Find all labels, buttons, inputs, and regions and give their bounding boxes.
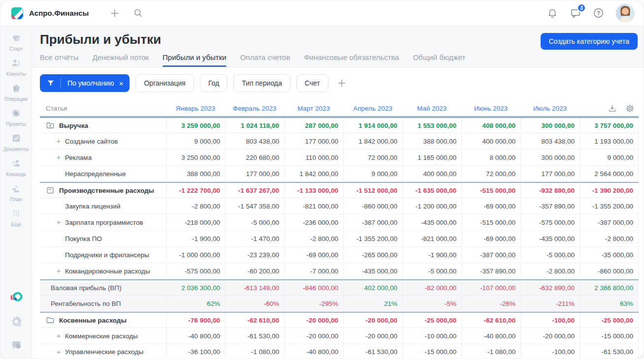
- table-row[interactable]: +Управленческие расходы-36 100,00-1 080,…: [40, 344, 639, 359]
- table-row[interactable]: Выручка3 259 000,001 024 118,00287 000,0…: [40, 117, 639, 133]
- table-row[interactable]: Косвенные расходы-76 900,00-62 610,00-20…: [40, 312, 639, 328]
- table-row: Валовая прибыль (ВП)2 036 300,00-613 149…: [40, 279, 639, 296]
- cell-value: -40 800,00: [166, 328, 225, 344]
- table-row[interactable]: +Создание сайтов9 000,00803 438,00177 00…: [40, 133, 639, 150]
- cell-value: -1 547 358,00: [225, 198, 284, 214]
- expand-plus-icon[interactable]: +: [57, 153, 65, 161]
- add-filter-icon[interactable]: [336, 78, 347, 89]
- cell-value: -435 000,00: [343, 263, 402, 279]
- brand[interactable]: Аспро.Финансы: [10, 6, 89, 20]
- cell-value: 220 680,00: [225, 150, 284, 165]
- support-chat-icon[interactable]: [10, 339, 22, 351]
- tab-1[interactable]: Все отчёты: [40, 53, 79, 67]
- row-label: Рентабельность по ВП: [40, 296, 166, 311]
- row-label-text: Производственные расходы: [59, 187, 154, 194]
- plan-icon: [11, 183, 22, 196]
- cell-value: -61 530,00: [580, 344, 639, 359]
- create-category-button[interactable]: Создать категорию учета: [541, 33, 638, 50]
- cell-value: -575 000,00: [166, 263, 225, 279]
- column-header-month-2[interactable]: Февраль 2023: [225, 105, 284, 112]
- cell-value: -20 000,00: [343, 313, 402, 328]
- sidebar-item-4[interactable]: Проекты: [0, 108, 32, 127]
- cell-value: 1 024 118,00: [225, 118, 284, 133]
- filter-button-4[interactable]: Счет: [296, 74, 328, 92]
- cell-value: -357 890,00: [461, 263, 520, 279]
- table-row[interactable]: Закупка лицензий-2 800,00-1 547 358,00-8…: [40, 198, 639, 214]
- tab-3[interactable]: Прибыли и убытки: [162, 53, 226, 67]
- aspro-portal-logo-icon[interactable]: [10, 291, 23, 304]
- cell-value: 408 000,00: [461, 118, 520, 133]
- gear-icon[interactable]: [625, 104, 635, 113]
- cell-value: -821 000,00: [402, 231, 461, 246]
- expand-plus-icon[interactable]: +: [57, 267, 65, 275]
- add-button[interactable]: [109, 8, 120, 19]
- notifications-bell-icon[interactable]: [547, 8, 558, 19]
- user-avatar[interactable]: [616, 4, 635, 23]
- clear-filter-icon[interactable]: ×: [117, 79, 130, 88]
- column-header-month-3[interactable]: Март 2023: [284, 105, 343, 112]
- cell-value: 177 000,00: [225, 166, 284, 181]
- column-header-month-6[interactable]: Июнь 2023: [461, 105, 520, 112]
- cell-value: -15 000,00: [402, 344, 461, 359]
- expand-plus-icon[interactable]: +: [57, 348, 65, 356]
- tab-2[interactable]: Денежный поток: [93, 53, 149, 67]
- active-filter-pill[interactable]: По умолчанию ×: [40, 74, 129, 92]
- table-row[interactable]: +Командировочные расходы-575 000,00-60 2…: [40, 263, 639, 279]
- cell-value: -632 890,00: [520, 280, 580, 295]
- table-row[interactable]: Покупка ПО-1 900,00-1 470,00-2 800,00-1 …: [40, 231, 639, 247]
- settings-gear-icon[interactable]: [10, 316, 22, 328]
- row-label-text: Закупка лицензий: [65, 203, 120, 210]
- funnel-icon: [40, 78, 61, 88]
- expand-plus-icon[interactable]: +: [57, 332, 65, 340]
- help-icon[interactable]: ?: [593, 7, 604, 19]
- tab-6[interactable]: Общий бюджет: [413, 53, 466, 67]
- sidebar-item-7[interactable]: План: [0, 183, 32, 202]
- search-icon[interactable]: [133, 8, 143, 18]
- cell-value: -357 890,00: [520, 198, 580, 214]
- row-label-text: Зарплата программистов: [65, 219, 143, 226]
- row-label-text: Косвенные расходы: [59, 317, 127, 324]
- page-title: Прибыли и убытки: [40, 32, 161, 47]
- box-minus-icon[interactable]: [46, 186, 55, 195]
- table-row[interactable]: +Коммерческие расходы-40 800,00-61 530,0…: [40, 328, 639, 344]
- filter-button-3[interactable]: Тип периода: [233, 74, 290, 92]
- cell-value: -515 000,00: [461, 183, 520, 198]
- cell-value: 287 000,00: [284, 118, 343, 133]
- folder-icon[interactable]: [46, 316, 55, 325]
- cell-value: -61 530,00: [343, 344, 402, 359]
- column-header-month-4[interactable]: Апрель 2023: [343, 105, 402, 112]
- sidebar-item-6[interactable]: Команда: [0, 158, 32, 177]
- tab-5[interactable]: Финансовые обязательства: [304, 53, 399, 67]
- row-label: Выручка: [40, 118, 166, 133]
- cell-value: -35 000,00: [580, 247, 639, 263]
- cell-value: -211%: [520, 296, 580, 311]
- folder-plus-icon[interactable]: [46, 121, 55, 130]
- column-header-month-1[interactable]: Январь 2023: [166, 105, 225, 112]
- expand-plus-icon[interactable]: +: [57, 137, 65, 145]
- tab-4[interactable]: Оплата счетов: [240, 53, 290, 67]
- expand-plus-icon[interactable]: +: [57, 218, 65, 226]
- table-row[interactable]: Производственные расходы-1 222 700,00-1 …: [40, 182, 639, 198]
- column-header-month-7[interactable]: Июль 2023: [520, 105, 580, 112]
- filter-button-2[interactable]: Год: [200, 74, 227, 92]
- sidebar-item-2[interactable]: Клиенты: [0, 58, 32, 77]
- filter-button-1[interactable]: Организация: [135, 74, 193, 92]
- table-row[interactable]: Подрядчики и фрилансеры-1 000 000,00-23 …: [40, 247, 639, 263]
- download-icon[interactable]: [608, 104, 617, 113]
- table-row: Рентабельность по ВП62%-60%-295%21%-5%-2…: [40, 296, 639, 312]
- sidebar-item-5[interactable]: Документы: [0, 133, 32, 152]
- messages-icon[interactable]: 3: [570, 7, 581, 19]
- sidebar-item-1[interactable]: Старт: [0, 32, 32, 52]
- cell-value: -5 000,00: [225, 214, 284, 230]
- cell-value: -107 000,00: [461, 280, 520, 295]
- column-header-month-5[interactable]: Май 2023: [402, 105, 461, 112]
- sidebar-item-8[interactable]: Ещё: [0, 208, 32, 227]
- table-row[interactable]: Нераспределенные388 000,00177 000,001 84…: [40, 166, 639, 182]
- sidebar-item-3[interactable]: Операции: [0, 83, 32, 102]
- cell-value: 62%: [166, 296, 225, 311]
- table-row[interactable]: +Зарплата программистов-218 000,00-5 000…: [40, 214, 639, 231]
- cell-value: -1 900,00: [166, 231, 225, 246]
- cell-value: -2 800,00: [580, 231, 639, 246]
- cell-value: 803 438,00: [225, 133, 284, 149]
- table-row[interactable]: +Реклама3 250 000,00220 680,00110 000,00…: [40, 150, 639, 166]
